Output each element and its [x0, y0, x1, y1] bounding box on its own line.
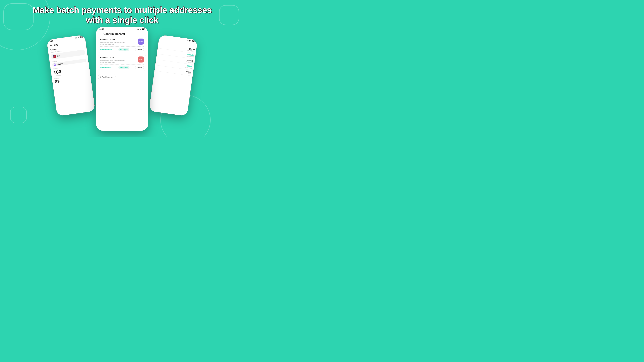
delete-button-0[interactable]: Delete — [135, 48, 144, 51]
center-signal — [138, 28, 139, 30]
tx-amount-col-4: $50.00 06:26 — [186, 70, 192, 75]
headline-line1: Make batch payments to multiple addresse… — [32, 5, 212, 15]
address-info-0: 0x00000...00000 0x 0000 0000 0000 0000 0… — [100, 38, 136, 45]
left-battery — [80, 36, 83, 38]
transfer-item-0-header: 0x00000...00000 0x 0000 0000 0000 0000 0… — [100, 38, 144, 45]
right-signal — [187, 39, 190, 41]
delete-button-1[interactable]: Delete — [135, 66, 144, 69]
transfer-item-1: 0x00000...00001 0x 0000 0000 0000 0000 0… — [98, 55, 146, 71]
phone-center-screen: 06:23 ▾ ← Confirm Transfer — [96, 27, 148, 131]
polygon-name: Polygon — [56, 63, 63, 65]
polygon-icon — [54, 63, 56, 66]
tx-amount-col-3: +$50.00 03-22 06:26 — [185, 64, 192, 69]
tx-amount-col-2: -$50.00 03-22 06:26 — [186, 59, 193, 63]
buy-title: Buy — [54, 43, 58, 46]
avatar-1: 0001 — [138, 56, 144, 62]
avatar-0: 0000 — [138, 38, 144, 44]
tx-amount-col-1: +$50.00 03-22 06:26 — [186, 53, 194, 58]
phone-right: ▾ -$50.00 03-22 06:26 +$50.00 03- — [149, 34, 198, 116]
address-full-0: 0x 0000 0000 0000 0000 0000 00000000 000… — [100, 41, 136, 45]
svg-marker-4 — [54, 64, 56, 65]
us-flag — [53, 54, 56, 58]
svg-rect-3 — [53, 55, 54, 57]
transfer-item-0-footer: 50.00 USDT On Polygon Delete — [100, 48, 144, 51]
network-label: Network — [52, 60, 57, 63]
confirm-header: ← Confirm Transfer — [96, 31, 148, 37]
left-time: 06:23 — [49, 40, 53, 42]
center-battery — [142, 28, 145, 30]
phone-left: 06:23 ▾ ← Buy You Pay Select fiat and en — [46, 34, 96, 116]
phones-container: 06:23 ▾ ← Buy You Pay Select fiat and en — [46, 27, 198, 136]
bg-decor-rect-3 — [10, 107, 27, 123]
currency-code: Unit... — [57, 54, 62, 57]
transfer-item-1-header: 0x00000...00001 0x 0000 0000 0000 0000 0… — [100, 56, 144, 63]
left-wifi-icon: ▾ — [78, 36, 79, 38]
transfer-list: 0x00000...00000 0x 0000 0000 0000 0000 0… — [96, 37, 148, 72]
center-time: 06:23 — [100, 28, 104, 30]
phone-center: 06:23 ▾ ← Confirm Transfer — [96, 27, 148, 131]
right-wifi-icon: ▾ — [190, 40, 191, 42]
phone-left-screen: 06:23 ▾ ← Buy You Pay Select fiat and en — [46, 34, 96, 116]
amount-label-0: 50.00 USDT — [100, 48, 112, 51]
amount-label-1: 50.00 USDC — [100, 66, 112, 69]
add-another-button[interactable]: + Add Another — [98, 74, 116, 80]
transaction-list: -$50.00 03-22 06:26 +$50.00 03-22 06:26 … — [154, 37, 198, 76]
page-headline: Make batch payments to multiple addresse… — [0, 5, 244, 25]
address-full-1: 0x 0000 0000 0000 0000 0000 00000000 000… — [100, 59, 136, 63]
confirm-back-button[interactable]: ← — [99, 32, 102, 36]
left-signal — [75, 37, 77, 39]
transfer-item-0: 0x00000...00000 0x 0000 0000 0000 0000 0… — [98, 37, 146, 53]
confirm-title: Confirm Transfer — [104, 32, 125, 35]
center-status-icons: ▾ — [138, 28, 145, 30]
address-info-1: 0x00000...00001 0x 0000 0000 0000 0000 0… — [100, 56, 136, 63]
right-battery — [192, 40, 195, 42]
transfer-item-1-footer: 50.00 USDC On Polygon Delete — [100, 66, 144, 69]
address-short-0: 0x00000...00000 — [100, 38, 136, 41]
address-short-1: 0x00000...00001 — [100, 56, 136, 59]
headline-line2: with a single click — [86, 15, 158, 25]
tx-amount-col-0: -$50.00 03-22 06:26 — [187, 48, 195, 52]
buy-back-button[interactable]: ← — [50, 43, 53, 47]
network-badge-1: On Polygon — [118, 66, 130, 69]
network-badge-0: On Polygon — [118, 48, 130, 51]
center-wifi-icon: ▾ — [140, 28, 141, 30]
center-status-bar: 06:23 ▾ — [96, 27, 148, 31]
phone-right-screen: ▾ -$50.00 03-22 06:26 +$50.00 03- — [149, 34, 198, 116]
